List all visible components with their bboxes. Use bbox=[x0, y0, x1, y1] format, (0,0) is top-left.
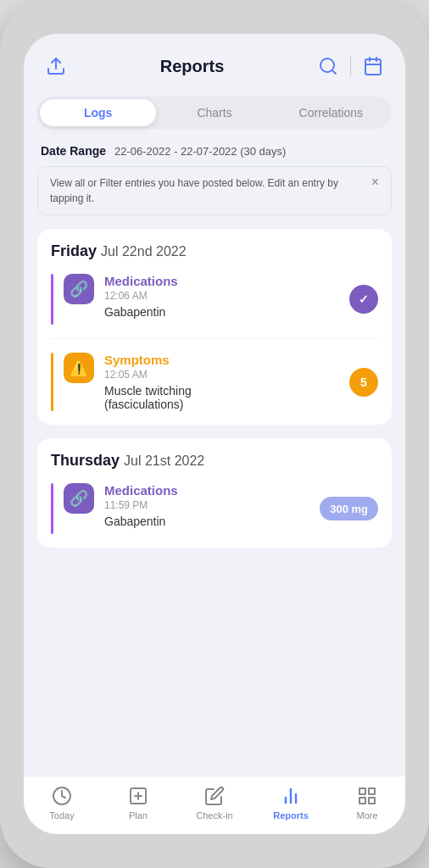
header-divider bbox=[350, 56, 351, 76]
medications-icon-thursday: 🔗 bbox=[64, 483, 94, 514]
bottom-nav: Today Plan bbox=[24, 776, 405, 834]
svg-line-2 bbox=[332, 70, 336, 74]
severity-number: 5 bbox=[360, 376, 367, 389]
entry-time-symptoms-friday: 12:05 AM bbox=[104, 369, 339, 381]
nav-more[interactable]: More bbox=[329, 785, 405, 821]
nav-plan-label: Plan bbox=[129, 810, 148, 821]
svg-rect-15 bbox=[369, 788, 375, 794]
svg-rect-3 bbox=[365, 59, 381, 75]
entry-time-medications-friday: 12:06 AM bbox=[104, 290, 339, 302]
entry-symptoms-friday[interactable]: ⚠️ Symptoms 12:05 AM Muscle twitching(fa… bbox=[51, 353, 378, 411]
link-icon: 🔗 bbox=[70, 280, 88, 298]
day-date-friday: Jul 22nd 2022 bbox=[101, 244, 187, 259]
nav-checkin[interactable]: Check-in bbox=[176, 785, 253, 821]
entry-medications-friday[interactable]: 🔗 Medications 12:06 AM Gabapentin ✓ bbox=[51, 274, 378, 339]
entry-bar-purple bbox=[51, 274, 53, 325]
tab-group: Logs Charts Correlations bbox=[37, 97, 392, 129]
nav-today-label: Today bbox=[49, 810, 74, 821]
svg-rect-14 bbox=[359, 788, 365, 794]
nav-checkin-label: Check-in bbox=[196, 810, 232, 821]
entry-badge-check: ✓ bbox=[349, 285, 378, 314]
upload-button[interactable] bbox=[41, 51, 71, 81]
svg-rect-16 bbox=[359, 798, 365, 804]
day-section-friday: Friday Jul 22nd 2022 🔗 Medications 12:06… bbox=[37, 229, 392, 425]
checkin-icon bbox=[203, 785, 226, 807]
header: Reports bbox=[24, 34, 405, 90]
entry-name-gabapentin-thursday: Gabapentin bbox=[104, 515, 309, 528]
today-icon bbox=[51, 785, 73, 807]
entry-bar-orange bbox=[51, 353, 53, 411]
header-right bbox=[313, 51, 388, 81]
phone-screen: Reports bbox=[24, 34, 405, 834]
day-name-friday: Friday bbox=[51, 242, 97, 259]
entry-name-gabapentin-friday: Gabapentin bbox=[104, 305, 339, 319]
plan-icon bbox=[127, 785, 149, 807]
close-banner-button[interactable]: × bbox=[371, 175, 379, 189]
dose-value: 300 mg bbox=[330, 503, 368, 515]
page-title: Reports bbox=[160, 57, 225, 76]
entry-content-medications-friday: Medications 12:06 AM Gabapentin bbox=[104, 274, 339, 325]
calendar-button[interactable] bbox=[358, 51, 388, 81]
day-date-thursday: Jul 21st 2022 bbox=[124, 453, 204, 468]
symptoms-icon: ⚠️ bbox=[64, 353, 94, 383]
nav-today[interactable]: Today bbox=[24, 785, 100, 821]
entry-category-medications-thursday: Medications bbox=[104, 483, 309, 498]
header-left bbox=[41, 51, 71, 81]
tabs-container: Logs Charts Correlations bbox=[24, 90, 405, 139]
entry-category-symptoms: Symptoms bbox=[104, 353, 339, 367]
entry-content-symptoms-friday: Symptoms 12:05 AM Muscle twitching(fasci… bbox=[104, 353, 339, 411]
reports-icon bbox=[280, 785, 302, 807]
info-text: View all or Filter entries you have post… bbox=[50, 175, 365, 206]
date-range-label: Date Range bbox=[41, 144, 106, 158]
day-section-thursday: Thursday Jul 21st 2022 🔗 Medications 11:… bbox=[37, 438, 392, 548]
entry-badge-number: 5 bbox=[349, 368, 378, 397]
more-icon bbox=[356, 785, 378, 807]
entry-category-medications: Medications bbox=[104, 274, 339, 288]
link-icon-thursday: 🔗 bbox=[70, 489, 88, 508]
search-button[interactable] bbox=[313, 51, 343, 81]
check-icon: ✓ bbox=[359, 292, 369, 306]
nav-more-label: More bbox=[356, 810, 377, 821]
date-range-row: Date Range 22-06-2022 - 22-07-2022 (30 d… bbox=[24, 139, 405, 166]
entry-badge-pill: 300 mg bbox=[320, 497, 378, 520]
tab-logs[interactable]: Logs bbox=[40, 99, 156, 126]
day-header-friday: Friday Jul 22nd 2022 bbox=[51, 242, 378, 260]
content-area[interactable]: Friday Jul 22nd 2022 🔗 Medications 12:06… bbox=[24, 222, 405, 776]
tab-charts[interactable]: Charts bbox=[156, 99, 272, 126]
nav-reports[interactable]: Reports bbox=[253, 785, 329, 821]
day-header-thursday: Thursday Jul 21st 2022 bbox=[51, 452, 378, 470]
entry-medications-thursday[interactable]: 🔗 Medications 11:59 PM Gabapentin 300 mg bbox=[51, 483, 378, 534]
tab-correlations[interactable]: Correlations bbox=[273, 99, 389, 126]
entry-content-medications-thursday: Medications 11:59 PM Gabapentin bbox=[104, 483, 309, 534]
nav-reports-label: Reports bbox=[273, 810, 309, 821]
phone-shell: Reports bbox=[0, 0, 429, 868]
entry-bar-purple-thursday bbox=[51, 483, 53, 534]
svg-rect-17 bbox=[369, 798, 375, 804]
nav-plan[interactable]: Plan bbox=[100, 785, 176, 821]
day-name-thursday: Thursday bbox=[51, 452, 120, 469]
entry-time-medications-thursday: 11:59 PM bbox=[104, 499, 309, 511]
info-banner: View all or Filter entries you have post… bbox=[37, 166, 392, 215]
symptoms-emoji-icon: ⚠️ bbox=[70, 359, 88, 377]
medications-icon: 🔗 bbox=[64, 274, 94, 304]
date-range-value: 22-06-2022 - 22-07-2022 (30 days) bbox=[114, 145, 286, 158]
entry-name-symptoms-friday: Muscle twitching(fasciculations) bbox=[104, 384, 339, 411]
